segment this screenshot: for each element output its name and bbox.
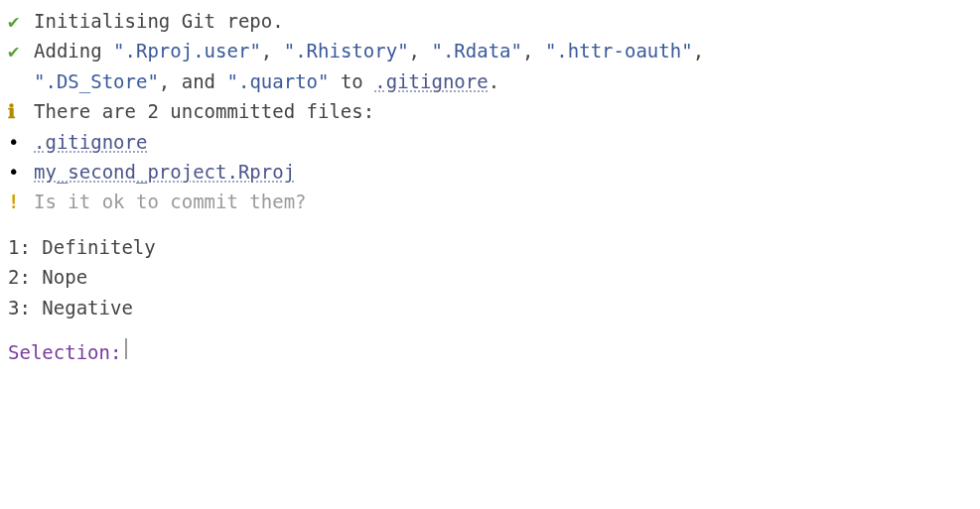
adding-item-5: ".quarto" xyxy=(227,70,330,92)
option-1-label: Definitely xyxy=(42,236,155,258)
option-1: 1: Definitely xyxy=(8,232,156,262)
msg-adding-content-1: Adding ".Rproj.user", ".Rhistory", ".Rda… xyxy=(34,36,704,65)
file-1: .gitignore xyxy=(34,127,147,157)
adding-item-4: ".DS_Store" xyxy=(34,70,159,92)
selection-prompt: Selection: xyxy=(8,337,121,367)
msg-adding-line-1: ✔ Adding ".Rproj.user", ".Rhistory", ".R… xyxy=(8,36,972,65)
option-3-num: 3: xyxy=(8,297,31,318)
adding-post-1: to xyxy=(329,70,374,92)
adding-post-2: . xyxy=(489,70,499,92)
option-3: 3: Negative xyxy=(8,293,133,322)
adding-item-3: ".httr-oauth" xyxy=(545,40,693,62)
spacer xyxy=(8,322,972,337)
option-1-line[interactable]: 1: Definitely xyxy=(8,232,972,262)
msg-uncommitted-line: ℹ There are 2 uncommitted files: xyxy=(8,96,972,126)
msg-question: Is it ok to commit them? xyxy=(34,187,307,216)
selection-prompt-line[interactable]: Selection: xyxy=(8,337,972,367)
spacer xyxy=(8,217,972,232)
msg-init-line: ✔ Initialising Git repo. xyxy=(8,6,972,36)
option-1-num: 1: xyxy=(8,236,31,258)
option-3-label: Negative xyxy=(42,297,133,318)
option-3-line[interactable]: 3: Negative xyxy=(8,293,972,322)
adding-item-0: ".Rproj.user" xyxy=(113,40,261,62)
adding-mid: , and xyxy=(159,70,227,92)
adding-item-1: ".Rhistory" xyxy=(284,40,409,62)
text-cursor-icon xyxy=(125,338,127,359)
file-2-line: • my_second_project.Rproj xyxy=(8,157,972,187)
option-2-label: Nope xyxy=(42,266,87,288)
sep: , xyxy=(261,40,284,62)
option-2: 2: Nope xyxy=(8,262,87,292)
bullet-icon: • xyxy=(8,127,34,157)
msg-uncommitted: There are 2 uncommitted files: xyxy=(34,96,374,126)
file-1-line: • .gitignore xyxy=(8,127,972,157)
msg-question-line: ! Is it ok to commit them? xyxy=(8,187,972,216)
adding-pre: Adding xyxy=(34,40,113,62)
adding-target: .gitignore xyxy=(374,70,488,92)
bullet-icon: • xyxy=(8,157,34,187)
sep: , xyxy=(693,40,704,62)
msg-adding-line-2: ".DS_Store", and ".quarto" to .gitignore… xyxy=(8,66,972,96)
file-2: my_second_project.Rproj xyxy=(34,157,295,187)
info-icon: ℹ xyxy=(8,96,34,126)
check-icon: ✔ xyxy=(8,6,34,36)
msg-adding-content-2: ".DS_Store", and ".quarto" to .gitignore… xyxy=(34,66,499,96)
check-icon: ✔ xyxy=(8,36,34,65)
msg-init: Initialising Git repo. xyxy=(34,6,284,36)
option-2-num: 2: xyxy=(8,266,31,288)
sep: , xyxy=(409,40,432,62)
adding-item-2: ".Rdata" xyxy=(431,40,522,62)
sep: , xyxy=(522,40,545,62)
option-2-line[interactable]: 2: Nope xyxy=(8,262,972,292)
bang-icon: ! xyxy=(8,187,34,216)
